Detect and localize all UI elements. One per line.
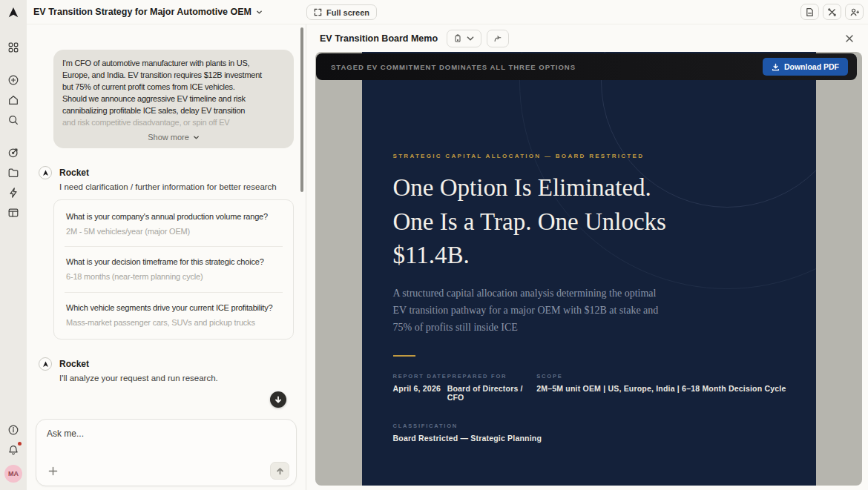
rocket-logo-icon (42, 361, 49, 368)
document-button[interactable] (800, 4, 819, 20)
show-more-button[interactable]: Show more (62, 128, 285, 145)
clarification-question: What is your decision timeframe for this… (66, 256, 281, 268)
send-button[interactable] (270, 462, 289, 480)
clarification-question: What is your company's annual production… (66, 211, 281, 223)
goals-target-icon[interactable] (7, 146, 20, 159)
meta-report-date: REPORT DATE April 6, 2026 (393, 373, 447, 402)
banner-headline: STAGED EV COMMITMENT DOMINATES ALL THREE… (331, 63, 576, 71)
notification-dot (18, 442, 22, 446)
meta-prepared-for: PREPARED FOR Board of Directors / CFO (447, 373, 537, 402)
document-icon (805, 7, 815, 17)
headline-banner: STAGED EV COMMITMENT DOMINATES ALL THREE… (316, 53, 857, 80)
download-label: Download PDF (784, 62, 839, 71)
attach-button[interactable] (47, 465, 59, 477)
classification-label: CLASSIFICATION (393, 423, 786, 429)
tools-icon (827, 7, 837, 17)
assistant-message-header: Rocket (39, 166, 294, 179)
tools-button[interactable] (823, 4, 841, 20)
scroll-to-bottom-button[interactable] (270, 391, 286, 408)
memo-subtitle: A structured capital allocation analysis… (393, 285, 786, 336)
assistant-message-clarify: Rocket I need clarification / further in… (39, 166, 294, 340)
arrow-up-icon (276, 467, 284, 475)
fullscreen-button[interactable]: Full screen (306, 4, 377, 20)
clarification-item: What is your decision timeframe for this… (65, 247, 283, 292)
user-message-bubble: I'm CFO of automotive manufacturer with … (53, 50, 294, 148)
meta-value: Board of Directors / CFO (447, 384, 537, 402)
app-window: MA EV Transition Strategy for Major Auto… (0, 0, 868, 490)
chat-messages: I'm CFO of automotive manufacturer with … (27, 24, 306, 383)
chevron-down-icon (256, 9, 263, 16)
rocket-logo-icon (42, 170, 49, 176)
download-icon (772, 63, 780, 71)
chevron-down-icon (193, 134, 200, 141)
clarification-card: What is your company's annual production… (53, 199, 294, 340)
expand-icon (314, 8, 322, 16)
add-user-icon (849, 7, 859, 17)
notifications-bell-icon[interactable] (7, 443, 20, 456)
memo-meta-row: REPORT DATE April 6, 2026 PREPARED FOR B… (393, 373, 786, 402)
invite-user-button[interactable] (845, 4, 864, 20)
close-panel-button[interactable] (841, 30, 858, 47)
meta-value: 2M–5M unit OEM | US, Europe, India | 6–1… (536, 384, 786, 393)
classification-value: Board Restricted — Strategic Planning (393, 434, 786, 443)
share-arrow-icon (493, 34, 502, 43)
conversation-title: EV Transition Strategy for Major Automot… (33, 7, 251, 17)
meta-label: SCOPE (536, 373, 786, 380)
user-message-text: I'm CFO of automotive manufacturer with … (62, 57, 285, 116)
memo-panel-header: EV Transition Board Memo (306, 24, 868, 52)
info-icon[interactable] (7, 423, 20, 436)
layout-table-icon[interactable] (7, 206, 20, 219)
arrow-down-icon (274, 396, 282, 403)
folder-icon[interactable] (7, 166, 20, 179)
main-column: EV Transition Strategy for Major Automot… (27, 0, 868, 490)
topbar-actions (800, 4, 864, 20)
composer-footer (47, 462, 289, 480)
meta-label: REPORT DATE (393, 373, 447, 380)
app-logo-icon[interactable] (7, 6, 20, 19)
meta-value: April 6, 2026 (393, 384, 447, 393)
memo-panel: EV Transition Board Memo STAGED EV COMMI (306, 24, 868, 490)
plus-icon (48, 466, 58, 476)
user-message-truncated-text: and risk competitive disadvantage, or sp… (62, 116, 285, 128)
left-sidebar: MA (0, 0, 27, 490)
automation-lightning-icon[interactable] (7, 186, 20, 199)
copy-dropdown-button[interactable] (447, 30, 481, 47)
clarification-question: Which vehicle segments drive your curren… (66, 302, 281, 314)
apps-grid-icon[interactable] (7, 41, 20, 53)
meta-scope: SCOPE 2M–5M unit OEM | US, Europe, India… (536, 373, 786, 402)
clarification-answer: 2M - 5M vehicles/year (major OEM) (66, 226, 281, 237)
chevron-down-icon (466, 34, 475, 43)
clipboard-icon (453, 34, 462, 43)
memo-title: EV Transition Board Memo (320, 33, 438, 44)
document-viewer: STAGED EV COMMITMENT DOMINATES ALL THREE… (315, 52, 862, 486)
user-avatar[interactable]: MA (4, 465, 22, 483)
assistant-name: Rocket (59, 168, 89, 178)
conversation-title-dropdown[interactable]: EV Transition Strategy for Major Automot… (33, 7, 263, 17)
top-bar: EV Transition Strategy for Major Automot… (27, 0, 868, 24)
assistant-name: Rocket (59, 359, 89, 369)
chat-scrollbar[interactable] (300, 27, 303, 192)
memo-classification: CLASSIFICATION Board Restricted — Strate… (393, 423, 786, 443)
assistant-avatar (39, 357, 52, 371)
search-icon[interactable] (7, 113, 20, 126)
message-composer (36, 419, 297, 486)
assistant-analyze-text: I'll analyze your request and run resear… (59, 374, 294, 383)
meta-label: PREPARED FOR (447, 373, 537, 380)
assistant-clarify-text: I need clarification / further informati… (59, 182, 294, 191)
show-more-label: Show more (148, 133, 189, 142)
clarification-answer: 6-18 months (near-term planning cycle) (66, 271, 281, 282)
assistant-message-header: Rocket (39, 357, 294, 371)
new-chat-icon[interactable] (7, 73, 20, 86)
fullscreen-label: Full screen (326, 8, 369, 17)
chat-panel: I'm CFO of automotive manufacturer with … (27, 24, 306, 490)
content-row: I'm CFO of automotive manufacturer with … (27, 24, 868, 490)
download-pdf-button[interactable]: Download PDF (763, 58, 848, 76)
gold-divider (393, 355, 415, 357)
memo-document-page: STRATEGIC CAPITAL ALLOCATION — BOARD RES… (362, 52, 816, 486)
assistant-message-analyze: Rocket I'll analyze your request and run… (39, 357, 294, 383)
chat-input[interactable] (36, 420, 296, 452)
home-icon[interactable] (7, 93, 20, 106)
close-icon (845, 34, 854, 43)
share-button[interactable] (487, 30, 509, 47)
clarification-item: Which vehicle segments drive your curren… (65, 293, 283, 337)
